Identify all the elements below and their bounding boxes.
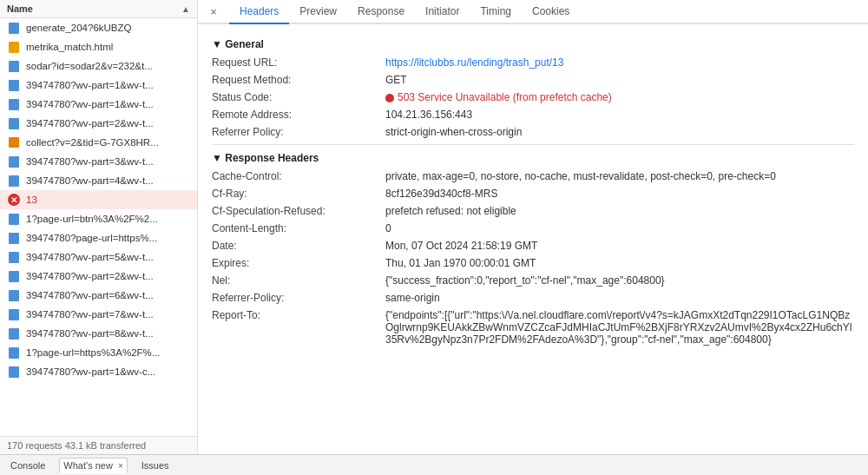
list-item[interactable]: 39474780?wv-part=2&wv-t... <box>0 267 197 286</box>
prop-label: Date: <box>212 239 385 253</box>
item-text: 13 <box>26 195 37 205</box>
item-text: 39474780?wv-part=7&wv-t... <box>26 309 154 320</box>
list-item[interactable]: generate_204?6kUBZQ <box>0 18 197 37</box>
prop-value: {"success_fraction":0,"report_to":"cf-ne… <box>385 274 854 287</box>
response-header-row: Cf-Speculation-Refused:prefetch refused:… <box>212 204 854 218</box>
list-item[interactable]: collect?v=2&tid=G-7GX8HR... <box>0 133 197 152</box>
issues-tab[interactable]: Issues <box>138 459 173 472</box>
prop-label: Content-Length: <box>212 221 385 235</box>
whats-new-close-icon[interactable]: × <box>118 461 123 471</box>
prop-label: Referrer-Policy: <box>212 291 385 305</box>
item-type-icon <box>7 231 21 245</box>
item-text: 39474780?wv-part=1&wv-t... <box>26 80 154 90</box>
tab-initiator[interactable]: Initiator <box>415 0 470 24</box>
response-header-row: Date:Mon, 07 Oct 2024 21:58:19 GMT <box>212 239 854 253</box>
list-item[interactable]: 1?page-url=btn%3A%2F%2... <box>0 209 197 228</box>
left-panel: Name ▲ generate_204?6kUBZQmetrika_match.… <box>0 0 198 454</box>
response-header-row: Cf-Ray:8cf126e39d340cf8-MRS <box>212 187 854 201</box>
item-type-icon <box>7 78 21 92</box>
item-text: 39474780?wv-part=1&wv-c... <box>26 366 155 377</box>
list-item[interactable]: 39474780?wv-part=6&wv-t... <box>0 286 197 305</box>
item-text: 1?page-url=https%3A%2F%... <box>26 347 160 358</box>
prop-label: Request Method: <box>212 73 385 87</box>
response-header-row: Nel:{"success_fraction":0,"report_to":"c… <box>212 274 854 287</box>
request-stats: 170 requests 43.1 kB transferred <box>0 436 197 454</box>
item-type-icon <box>7 250 21 264</box>
list-item[interactable]: 1?page-url=https%3A%2F%... <box>0 343 197 362</box>
item-text: 39474780?wv-part=2&wv-t... <box>26 271 154 281</box>
sort-arrow-icon[interactable]: ▲ <box>181 4 190 14</box>
general-row: Status Code:503 Service Unavailable (fro… <box>212 90 854 104</box>
response-header-row: Expires:Thu, 01 Jan 1970 00:00:01 GMT <box>212 256 854 270</box>
general-section-header: ▼ General <box>212 38 854 50</box>
console-tab[interactable]: Console <box>7 459 49 472</box>
prop-value: private, max-age=0, no-store, no-cache, … <box>385 169 854 183</box>
tab-response[interactable]: Response <box>347 0 415 24</box>
divider <box>212 144 854 145</box>
item-type-icon <box>7 346 21 360</box>
right-panel: ×HeadersPreviewResponseInitiatorTimingCo… <box>198 0 868 454</box>
item-type-icon <box>7 365 21 379</box>
prop-value: 0 <box>385 221 854 235</box>
prop-value: 8cf126e39d340cf8-MRS <box>385 187 854 201</box>
response-header-row: Cache-Control:private, max-age=0, no-sto… <box>212 169 854 183</box>
prop-value: strict-origin-when-cross-origin <box>385 125 854 139</box>
item-text: 1?page-url=btn%3A%2F%2... <box>26 214 158 224</box>
response-header-row: Report-To:{"endpoints":[{"url":"https:\/… <box>212 308 854 346</box>
list-item[interactable]: 39474780?wv-part=5&wv-t... <box>0 247 197 267</box>
item-text: generate_204?6kUBZQ <box>26 23 131 33</box>
list-item[interactable]: ✕13 <box>0 190 197 209</box>
list-item[interactable]: 39474780?wv-part=7&wv-t... <box>0 305 197 324</box>
tabs-bar: ×HeadersPreviewResponseInitiatorTimingCo… <box>198 0 868 24</box>
console-tab-label: Console <box>10 460 45 471</box>
item-text: 39474780?wv-part=1&wv-t... <box>26 99 154 109</box>
item-type-icon <box>7 59 21 73</box>
list-item[interactable]: 39474780?wv-part=2&wv-t... <box>0 114 197 133</box>
item-type-icon <box>7 116 21 130</box>
prop-value: Mon, 07 Oct 2024 21:58:19 GMT <box>385 239 854 253</box>
item-type-icon <box>7 327 21 340</box>
item-text: 39474780?wv-part=8&wv-t... <box>26 328 154 339</box>
list-item[interactable]: 39474780?wv-part=1&wv-t... <box>0 95 197 114</box>
prop-label: Nel: <box>212 274 385 287</box>
list-item[interactable]: 39474780?page-url=https%... <box>0 228 197 247</box>
request-list: generate_204?6kUBZQmetrika_match.htmlsod… <box>0 18 197 436</box>
prop-value: {"endpoints":[{"url":"https:\/\/a.nel.cl… <box>385 308 854 346</box>
prop-label: Status Code: <box>212 90 385 104</box>
list-item[interactable]: 39474780?wv-part=1&wv-c... <box>0 362 197 381</box>
status-error-dot <box>385 94 394 102</box>
item-type-icon <box>7 40 21 54</box>
response-headers-section-title[interactable]: ▼ Response Headers <box>212 152 319 164</box>
prop-value: 503 Service Unavailable (from prefetch c… <box>385 90 854 104</box>
response-header-row: Content-Length:0 <box>212 221 854 235</box>
list-item[interactable]: sodar?id=sodar2&v=232&t... <box>0 56 197 76</box>
panel-close-button[interactable]: × <box>205 3 222 20</box>
list-item[interactable]: 39474780?wv-part=8&wv-t... <box>0 324 197 343</box>
general-row: Referrer Policy:strict-origin-when-cross… <box>212 125 854 139</box>
item-type-icon <box>7 174 21 188</box>
item-text: sodar?id=sodar2&v=232&t... <box>26 61 153 71</box>
whats-new-tab[interactable]: What's new × <box>59 458 127 473</box>
list-item[interactable]: 39474780?wv-part=3&wv-t... <box>0 152 197 171</box>
tab-timing[interactable]: Timing <box>470 0 522 24</box>
app-container: Name ▲ generate_204?6kUBZQmetrika_match.… <box>0 0 868 475</box>
item-type-icon <box>7 212 21 226</box>
status-text: 503 Service Unavailable (from prefetch c… <box>398 91 612 103</box>
prop-label: Cache-Control: <box>212 169 385 183</box>
list-item[interactable]: 39474780?wv-part=4&wv-t... <box>0 171 197 190</box>
prop-label: Expires: <box>212 256 385 270</box>
prop-label: Report-To: <box>212 308 385 322</box>
bottom-bar: Console What's new × Issues <box>0 454 868 475</box>
prop-value: prefetch refused: not eligible <box>385 204 854 218</box>
tab-cookies[interactable]: Cookies <box>522 0 580 24</box>
list-item[interactable]: 39474780?wv-part=1&wv-t... <box>0 76 197 95</box>
general-row: Request URL:https://litclubbs.ru/lending… <box>212 56 854 69</box>
item-type-icon <box>7 155 21 168</box>
content-area: ▼ General Request URL:https://litclubbs.… <box>198 24 868 454</box>
tab-headers[interactable]: Headers <box>229 0 289 24</box>
list-item[interactable]: metrika_match.html <box>0 37 197 56</box>
prop-label: Cf-Ray: <box>212 187 385 201</box>
general-section-title[interactable]: ▼ General <box>212 38 264 50</box>
item-text: 39474780?wv-part=2&wv-t... <box>26 118 154 129</box>
tab-preview[interactable]: Preview <box>289 0 347 24</box>
